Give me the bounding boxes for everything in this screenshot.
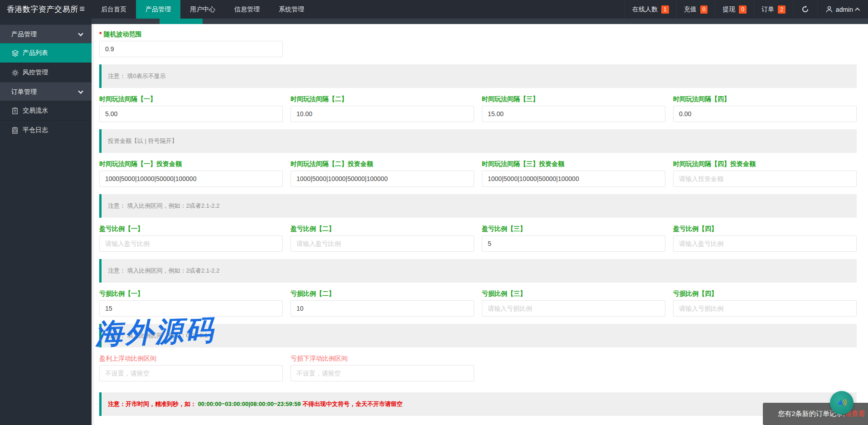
sidebar-group-products[interactable]: 产品管理 xyxy=(0,24,92,43)
nav-item-products[interactable]: 产品管理 xyxy=(136,0,180,19)
amount-2-input[interactable] xyxy=(291,171,474,187)
required-asterisk: * xyxy=(99,30,102,38)
nav-item-info[interactable]: 信息管理 xyxy=(225,0,269,19)
stat-withdraw-badge: 0 xyxy=(739,5,747,14)
note-open-time-prefix: 注意：开市时间，精准到秒，如： xyxy=(108,401,198,407)
user-icon xyxy=(826,6,833,13)
refresh-button[interactable] xyxy=(793,0,817,19)
field-loss-4: 亏损比例【四】 xyxy=(673,290,857,317)
chevron-up-icon xyxy=(855,7,860,12)
interval-3-label: 时间玩法间隔【三】 xyxy=(482,95,665,103)
interval-1-input[interactable] xyxy=(99,106,283,122)
row-interval: 时间玩法间隔【一】 时间玩法间隔【二】 时间玩法间隔【三】 时间玩法间隔【四】 xyxy=(99,95,857,122)
random-range-input[interactable] xyxy=(99,41,283,57)
sidebar-group-orders-label: 订单管理 xyxy=(11,88,37,95)
note-open-time-code: 00:00:00~03:00:00|08:00:00~23:59:59 xyxy=(198,401,301,407)
nav-item-system[interactable]: 系统管理 xyxy=(269,0,314,19)
stat-deposit-label: 充值 xyxy=(684,5,697,14)
stat-online-badge: 1 xyxy=(661,5,669,14)
main-area: *随机波动范围 注意： 填0表示不显示 时间玩法间隔【一】 时间玩法间隔【二】 … xyxy=(92,24,868,425)
active-page-tab[interactable] xyxy=(160,19,203,24)
stat-orders[interactable]: 订单 2 xyxy=(754,0,793,19)
sidebar-item-product-list[interactable]: 产品列表 xyxy=(0,43,92,63)
interval-2-input[interactable] xyxy=(291,106,474,122)
field-profit-4: 盈亏比例【四】 xyxy=(673,225,857,252)
sidebar-item-label: 交易流水 xyxy=(23,107,48,115)
field-profit-float: 盈利上浮动比例区间 xyxy=(99,355,283,381)
layers-icon xyxy=(11,49,19,57)
note-ratio-range-1: 注意： 填入比例区间，例如：2或者2.1-2.2 xyxy=(99,194,857,218)
amount-4-input[interactable] xyxy=(673,171,857,187)
sidebar-item-close-log[interactable]: 平仓日志 xyxy=(0,120,92,140)
interval-1-label: 时间玩法间隔【一】 xyxy=(99,95,283,103)
field-interval-4: 时间玩法间隔【四】 xyxy=(673,95,857,122)
profit-3-input[interactable] xyxy=(482,235,665,252)
profit-4-label: 盈亏比例【四】 xyxy=(673,225,857,233)
profit-float-input[interactable] xyxy=(99,365,283,381)
megaphone-icon xyxy=(835,396,849,410)
loss-3-label: 亏损比例【三】 xyxy=(482,290,665,298)
profit-2-label: 盈亏比例【二】 xyxy=(291,225,474,233)
loss-1-input[interactable] xyxy=(99,300,283,317)
chevron-down-icon xyxy=(78,88,83,93)
field-profit-2: 盈亏比例【二】 xyxy=(291,225,474,252)
note-invest-amount: 投资金额【以 | 符号隔开】 xyxy=(99,129,857,153)
stat-withdraw-label: 提现 xyxy=(723,5,735,14)
row-profit-ratio: 盈亏比例【一】 盈亏比例【二】 盈亏比例【三】 盈亏比例【四】 xyxy=(99,225,857,252)
field-amount-4: 时间玩法间隔【四】投资金额 xyxy=(673,160,857,187)
field-random-range: *随机波动范围 xyxy=(99,30,283,57)
sidebar-item-label: 平仓日志 xyxy=(23,126,48,134)
stat-deposit[interactable]: 充值 0 xyxy=(676,0,715,19)
amount-1-label: 时间玩法间隔【一】投资金额 xyxy=(99,160,283,168)
field-loss-2: 亏损比例【二】 xyxy=(291,290,474,317)
sidebar-group-orders[interactable]: 订单管理 xyxy=(0,82,92,101)
loss-2-input[interactable] xyxy=(291,300,474,317)
profit-1-input[interactable] xyxy=(99,235,283,252)
loss-4-input[interactable] xyxy=(673,300,857,317)
hamburger-icon[interactable]: ≡ xyxy=(73,0,92,19)
interval-4-input[interactable] xyxy=(673,106,857,122)
user-name: admin xyxy=(836,6,853,13)
interval-2-label: 时间玩法间隔【二】 xyxy=(291,95,474,103)
note-open-time-suffix: 不得出现中文符号，全天不开市请留空 xyxy=(301,401,403,407)
amount-1-input[interactable] xyxy=(99,171,283,187)
field-interval-3: 时间玩法间隔【三】 xyxy=(482,95,665,122)
field-loss-3: 亏损比例【三】 xyxy=(482,290,665,317)
note-ratio-range-2: 注意： 填入比例区间，例如：2或者2.1-2.2 xyxy=(99,259,857,283)
log-icon xyxy=(11,127,19,134)
loss-4-label: 亏损比例【四】 xyxy=(673,290,857,298)
sidebar-item-trade-flow[interactable]: 交易流水 xyxy=(0,101,92,120)
sidebar: 产品管理 产品列表 风控管理 订单管理 xyxy=(0,19,92,425)
top-stats: 在线人数 1 充值 0 提现 0 订单 2 admin xyxy=(625,0,868,19)
amount-3-label: 时间玩法间隔【三】投资金额 xyxy=(482,160,665,168)
interval-3-input[interactable] xyxy=(482,106,665,122)
field-loss-1: 亏损比例【一】 xyxy=(99,290,283,317)
stat-withdraw[interactable]: 提现 0 xyxy=(715,0,754,19)
loss-3-input[interactable] xyxy=(482,300,665,317)
note-zero-hidden: 注意： 填0表示不显示 xyxy=(99,64,857,88)
announcement-button[interactable] xyxy=(830,391,853,415)
field-profit-3: 盈亏比例【三】 xyxy=(482,225,665,252)
topbar-spacer xyxy=(314,0,625,19)
field-loss-float: 亏损下浮动比例区间 xyxy=(291,355,474,381)
random-range-label: *随机波动范围 xyxy=(99,30,283,38)
nav-item-dashboard[interactable]: 后台首页 xyxy=(92,0,136,19)
page-tab-strip xyxy=(92,19,868,24)
loss-1-label: 亏损比例【一】 xyxy=(99,290,283,298)
stat-orders-badge: 2 xyxy=(778,5,786,14)
field-profit-1: 盈亏比例【一】 xyxy=(99,225,283,252)
stat-online[interactable]: 在线人数 1 xyxy=(625,0,676,19)
row-loss-ratio: 亏损比例【一】 亏损比例【二】 亏损比例【三】 亏损比例【四】 xyxy=(99,290,857,317)
sidebar-item-risk[interactable]: 风控管理 xyxy=(0,63,92,82)
loss-float-input[interactable] xyxy=(291,365,474,381)
user-menu[interactable]: admin xyxy=(817,0,868,19)
profit-float-label: 盈利上浮动比例区间 xyxy=(99,355,283,362)
profit-4-input[interactable] xyxy=(673,235,857,252)
nav-item-users[interactable]: 用户中心 xyxy=(180,0,225,19)
brand-title: 香港数字资产交易所 xyxy=(0,0,73,19)
amount-3-input[interactable] xyxy=(482,171,665,187)
amount-2-label: 时间玩法间隔【二】投资金额 xyxy=(291,160,474,168)
profit-1-label: 盈亏比例【一】 xyxy=(99,225,283,233)
profit-2-input[interactable] xyxy=(291,235,474,252)
chevron-down-icon xyxy=(78,31,83,36)
